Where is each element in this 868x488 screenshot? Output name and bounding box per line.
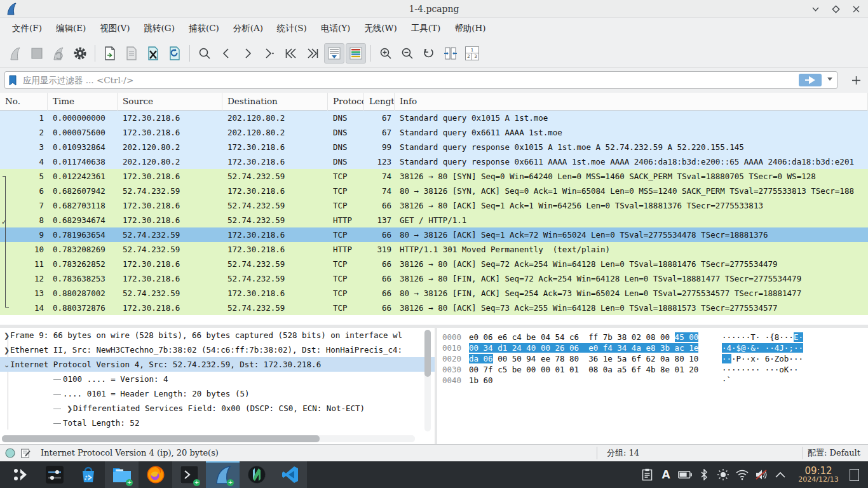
details-line[interactable]: ❯Ethernet II, Src: NewH3CTechno_7b:38:02… [0, 342, 435, 357]
go-forward-button[interactable] [238, 43, 258, 64]
hex-bytes[interactable]: 1b 60 [469, 375, 493, 386]
file-manager-task[interactable]: + [105, 461, 139, 488]
hex-row[interactable]: 0000e0 06 e6 c4 be 04 54 c6 ff 7b 38 02 … [437, 332, 868, 342]
menu-item-telephony[interactable]: 电话(Y) [314, 18, 357, 39]
packet-row[interactable]: 70.682703118172.30.218.652.74.232.59TCP6… [0, 198, 868, 213]
packet-row[interactable]: 20.000075600172.30.218.6202.120.80.2DNS6… [0, 125, 868, 140]
hex-ascii[interactable]: ········ ···oK·· [722, 364, 803, 375]
menu-item-wireless[interactable]: 无线(W) [357, 18, 403, 39]
menu-item-view[interactable]: 视图(V) [93, 18, 137, 39]
packet-row[interactable]: 10.000000000172.30.218.6202.120.80.2DNS6… [0, 111, 868, 125]
column-header-destination[interactable]: Destination [222, 93, 328, 111]
clipboard-icon[interactable] [637, 461, 656, 488]
auto-scroll-toggle[interactable] [324, 43, 344, 64]
menu-item-analyze[interactable]: 分析(A) [226, 18, 270, 39]
zoom-reset-button[interactable] [419, 43, 439, 64]
capture-start-button[interactable] [5, 43, 25, 64]
vscode-task[interactable] [273, 461, 307, 488]
column-header-time[interactable]: Time [48, 93, 118, 111]
open-file-button[interactable] [100, 43, 120, 64]
bluetooth-icon[interactable] [695, 461, 714, 488]
display-filter-input[interactable] [23, 72, 773, 88]
app-launcher-button[interactable] [4, 461, 37, 488]
expander-icon[interactable]: ⌄ [0, 358, 10, 372]
colorize-toggle[interactable] [346, 43, 366, 64]
packet-row[interactable]: 110.783262852172.30.218.652.74.232.59TCP… [0, 257, 868, 271]
capture-options-button[interactable] [70, 43, 90, 64]
capture-stop-button[interactable] [27, 43, 47, 64]
hex-bytes[interactable]: e0 06 e6 c4 be 04 54 c6 ff 7b 38 02 08 0… [469, 332, 698, 342]
scrollbar-thumb[interactable] [2, 435, 320, 442]
scrollbar-thumb[interactable] [424, 330, 431, 377]
details-line[interactable]: ❯Frame 9: 66 bytes on wire (528 bits), 6… [0, 328, 435, 342]
go-last-packet-button[interactable] [302, 43, 323, 64]
expander-icon[interactable]: ❯ [0, 343, 10, 357]
apply-filter-button[interactable] [799, 74, 822, 86]
hex-bytes[interactable]: 00 7f c5 be 00 00 01 01 08 0a a5 6f 4b 8… [469, 364, 698, 375]
maximize-button[interactable] [830, 3, 841, 15]
zoom-out-button[interactable] [397, 43, 417, 64]
filter-dropdown-caret[interactable] [827, 78, 832, 81]
menu-item-help[interactable]: 帮助(H) [447, 18, 492, 39]
column-header-no[interactable]: No. [0, 93, 48, 111]
packet-row[interactable]: 130.88028700252.74.232.59172.30.218.6TCP… [0, 286, 868, 301]
show-desktop-button[interactable] [850, 469, 859, 481]
add-filter-button[interactable] [849, 73, 863, 87]
battery-icon[interactable] [675, 461, 695, 488]
packet-row[interactable]: 120.783638253172.30.218.652.74.232.59TCP… [0, 271, 868, 286]
packet-row[interactable]: 40.011740638202.120.80.2172.30.218.6DNS1… [0, 154, 868, 169]
expander-icon[interactable]: ❯ [0, 329, 10, 342]
reload-file-button[interactable] [165, 43, 185, 64]
menu-item-edit[interactable]: 编辑(E) [49, 18, 93, 39]
go-back-button[interactable] [216, 43, 236, 64]
details-line[interactable]: Total Length: 52 [0, 416, 435, 430]
menu-item-go[interactable]: 跳转(G) [137, 18, 182, 39]
firefox-launcher[interactable] [139, 461, 172, 488]
expander-icon[interactable]: ❯ [63, 402, 73, 416]
hex-row[interactable]: 001000 34 d1 24 40 00 26 06 e0 f4 34 4a … [437, 342, 868, 353]
packet-row[interactable]: 140.880372876172.30.218.652.74.232.59TCP… [0, 301, 868, 315]
details-line[interactable]: ❯Differentiated Services Field: 0x00 (DS… [0, 401, 435, 416]
capture-comment-icon[interactable] [20, 448, 31, 460]
brightness-icon[interactable] [714, 461, 733, 488]
menu-item-capture[interactable]: 捕获(C) [182, 18, 226, 39]
neovim-task[interactable] [240, 461, 273, 488]
wireshark-task[interactable]: + [206, 461, 240, 488]
column-header-info[interactable]: Info [395, 93, 868, 111]
column-header-source[interactable]: Source [118, 93, 222, 111]
capture-restart-button[interactable] [48, 43, 69, 64]
hex-ascii[interactable]: ·` [722, 375, 731, 386]
profile-label[interactable]: 配置: Default [808, 445, 860, 461]
wifi-icon[interactable] [733, 461, 752, 488]
packet-row[interactable]: 50.012242361172.30.218.652.74.232.59TCP7… [0, 169, 868, 184]
details-line[interactable]: 0100 .... = Version: 4 [0, 372, 435, 386]
zoom-in-button[interactable] [376, 43, 396, 64]
expert-info-icon[interactable] [5, 448, 15, 460]
clock[interactable]: 09:12 2024/12/13 [794, 466, 843, 484]
hex-row[interactable]: 0020da 06 00 50 94 ee 78 80 36 1e 5a 6f … [437, 353, 868, 364]
packet-row[interactable]: 90.78196365452.74.232.59172.30.218.6TCP6… [0, 227, 868, 242]
expand-tray-button[interactable] [771, 461, 790, 488]
keyboard-layout-indicator[interactable]: A [656, 461, 675, 488]
column-header-length[interactable]: Length [364, 93, 395, 111]
packet-row[interactable]: 100.78320826952.74.232.59172.30.218.6HTT… [0, 242, 868, 257]
go-to-packet-button[interactable] [259, 43, 280, 64]
hex-ascii[interactable]: ······T· ·{8···E· [722, 332, 803, 342]
close-file-button[interactable] [143, 43, 163, 64]
details-line[interactable]: ⌄Internet Protocol Version 4, Src: 52.74… [0, 357, 435, 372]
packet-row[interactable]: 30.010932864202.120.80.2172.30.218.6DNS9… [0, 140, 868, 154]
packet-row[interactable]: 60.68260794252.74.232.59172.30.218.6TCP7… [0, 184, 868, 198]
details-horizontal-scrollbar[interactable] [2, 435, 415, 442]
menu-item-file[interactable]: 文件(F) [5, 18, 49, 39]
hex-bytes[interactable]: da 06 00 50 94 ee 78 80 36 1e 5a 6f 62 0… [469, 353, 698, 364]
go-first-packet-button[interactable] [281, 43, 301, 64]
hex-row[interactable]: 003000 7f c5 be 00 00 01 01 08 0a a5 6f … [437, 364, 868, 375]
menu-item-tools[interactable]: 工具(T) [404, 18, 448, 39]
filter-bookmark-icon[interactable] [8, 75, 17, 89]
column-header-protocol[interactable]: Protocol [328, 93, 364, 111]
volume-muted-icon[interactable] [752, 461, 771, 488]
hex-row[interactable]: 00401b 60·` [437, 375, 868, 386]
menu-item-statistics[interactable]: 统计(S) [270, 18, 314, 39]
details-vertical-scrollbar[interactable] [424, 330, 431, 431]
resize-columns-button[interactable] [440, 43, 461, 64]
